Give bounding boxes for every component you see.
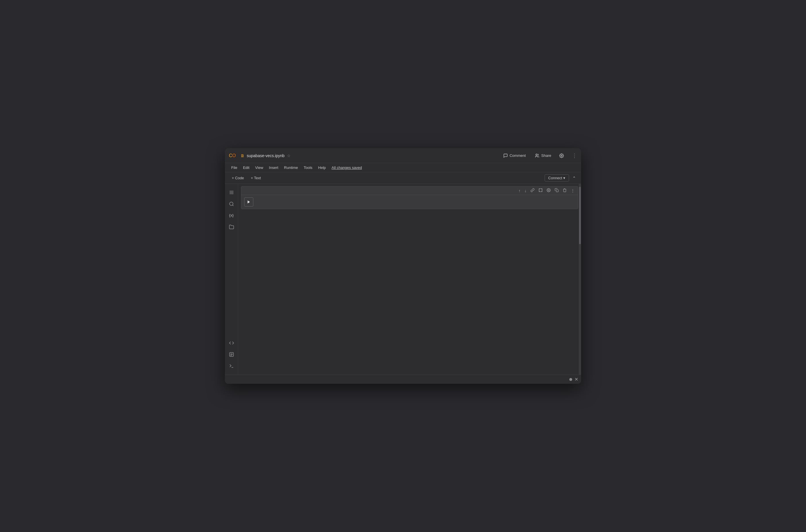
connect-chevron-icon: ▾: [563, 176, 565, 180]
add-code-button[interactable]: + Code: [229, 175, 247, 181]
code-editor[interactable]: [253, 197, 575, 206]
bottom-bar: ✕: [225, 375, 581, 384]
folder-icon: [229, 224, 234, 229]
menu-edit[interactable]: Edit: [241, 165, 252, 171]
sidebar-item-variables[interactable]: {x}: [226, 210, 237, 221]
svg-line-6: [232, 205, 233, 206]
svg-point-0: [536, 154, 537, 155]
close-panel-button[interactable]: ✕: [575, 377, 578, 382]
code-icon: [229, 340, 234, 346]
code-cell: ↑ ↓: [241, 186, 578, 209]
collapse-button[interactable]: ⌃: [571, 175, 577, 182]
add-text-label: + Text: [251, 176, 261, 180]
expand-cell-button[interactable]: [538, 188, 543, 194]
cell-settings-button[interactable]: [546, 188, 552, 194]
mirror-cell-button[interactable]: [554, 188, 559, 194]
main-layout: {x}: [225, 184, 581, 375]
colab-window: CO 🗎 supabase-vecs.ipynb ☆ Comment Share…: [225, 148, 581, 384]
svg-point-5: [230, 202, 233, 205]
sidebar-item-terminal[interactable]: [226, 349, 237, 360]
add-text-button[interactable]: + Text: [248, 175, 264, 181]
colab-logo: CO: [229, 153, 236, 158]
expand-icon: [539, 188, 543, 192]
menu-help[interactable]: Help: [316, 165, 328, 171]
move-down-button[interactable]: ↓: [524, 188, 527, 194]
star-icon[interactable]: ☆: [287, 153, 291, 158]
run-cell-button[interactable]: [244, 197, 253, 207]
menu-tools[interactable]: Tools: [301, 165, 314, 171]
delete-cell-button[interactable]: [562, 188, 568, 194]
toolbar-right: Connect ▾ ⌃: [544, 174, 577, 182]
toolbar-left: + Code + Text: [229, 175, 264, 181]
svg-marker-15: [248, 201, 250, 204]
logo-o: O: [232, 153, 236, 158]
sidebar-top: {x}: [226, 187, 237, 337]
settings-icon: [546, 188, 551, 192]
notebook-file-icon: 🗎: [241, 153, 245, 158]
sidebar: {x}: [225, 184, 238, 375]
file-info: 🗎 supabase-vecs.ipynb ☆: [241, 153, 501, 158]
sidebar-item-search[interactable]: [226, 199, 237, 209]
menubar: File Edit View Insert Runtime Tools Help…: [225, 163, 581, 172]
svg-rect-14: [556, 190, 558, 192]
titlebar-actions: Comment Share ⋮: [501, 152, 577, 159]
cell-more-options-button[interactable]: ⋮: [570, 188, 576, 194]
comment-button[interactable]: Comment: [501, 152, 528, 159]
svg-point-1: [561, 155, 562, 156]
toolbar: + Code + Text Connect ▾ ⌃: [225, 172, 581, 184]
share-label: Share: [541, 153, 551, 158]
more-options-icon[interactable]: ⋮: [572, 153, 577, 159]
link-icon: [531, 188, 535, 192]
content-area: ↑ ↓: [238, 184, 581, 375]
svg-point-13: [548, 190, 549, 191]
share-button[interactable]: Share: [533, 152, 554, 159]
table-of-contents-icon: [229, 190, 234, 195]
menu-runtime[interactable]: Runtime: [282, 165, 300, 171]
copy-icon: [555, 188, 559, 192]
titlebar: CO 🗎 supabase-vecs.ipynb ☆ Comment Share…: [225, 148, 581, 163]
cell-content: [241, 195, 578, 209]
sidebar-bottom: [226, 338, 237, 371]
sidebar-item-shell[interactable]: [226, 361, 237, 371]
link-cell-button[interactable]: [530, 188, 535, 194]
shell-icon: [229, 363, 234, 368]
cell-container: ↑ ↓: [238, 184, 581, 211]
terminal-rows-icon: [229, 352, 234, 357]
connect-label: Connect: [548, 176, 562, 180]
sidebar-item-toc[interactable]: [226, 187, 237, 197]
variables-icon: {x}: [229, 213, 233, 217]
scrollbar[interactable]: [579, 184, 581, 375]
play-icon: [247, 200, 251, 204]
sidebar-item-files[interactable]: [226, 222, 237, 232]
search-icon: [229, 202, 234, 207]
sidebar-item-code[interactable]: [226, 338, 237, 348]
scrollbar-thumb[interactable]: [579, 187, 581, 244]
menu-file[interactable]: File: [229, 165, 239, 171]
move-up-button[interactable]: ↑: [518, 188, 521, 194]
comment-icon: [503, 153, 508, 158]
notebook-name: supabase-vecs.ipynb: [247, 153, 285, 158]
add-code-label: + Code: [232, 176, 244, 180]
menu-view[interactable]: View: [253, 165, 265, 171]
status-dot: [569, 378, 572, 381]
connect-button[interactable]: Connect ▾: [544, 174, 569, 182]
logo-c: C: [229, 153, 232, 158]
share-person-icon: [535, 153, 539, 158]
cell-toolbar: ↑ ↓: [241, 186, 578, 195]
gear-icon: [559, 153, 564, 158]
svg-rect-12: [539, 189, 542, 192]
comment-label: Comment: [510, 153, 526, 158]
settings-button[interactable]: [558, 152, 565, 159]
menu-insert[interactable]: Insert: [267, 165, 281, 171]
trash-icon: [563, 188, 567, 192]
save-status: All changes saved: [329, 165, 364, 171]
